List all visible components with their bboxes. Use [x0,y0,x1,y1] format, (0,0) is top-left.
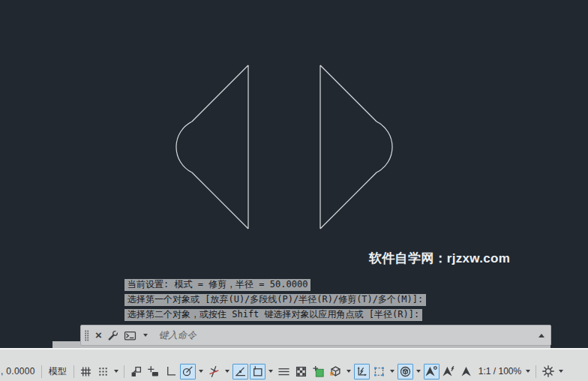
object-snap-icon[interactable] [232,364,248,380]
caret-down-icon[interactable] [225,370,230,373]
gear-icon[interactable] [540,364,556,380]
watermark-text: 软件自学网：rjzxw.com [369,250,510,267]
status-row: , 0.0000 模型 [1,363,588,380]
command-history-line: 选择第二个对象，或按住 Shift 键选择对象以应用角点或 [半径(R)]: [124,309,422,321]
caret-down-icon[interactable] [390,370,394,373]
caret-down-icon[interactable] [416,370,421,373]
selection-filtering-icon[interactable] [371,364,387,380]
separator [124,365,124,378]
selection-cycling-icon[interactable] [310,364,326,380]
caret-down-icon[interactable] [143,334,148,337]
ortho-icon[interactable] [163,364,178,380]
annotation-visibility-icon[interactable] [424,364,440,380]
transparency-icon[interactable] [293,364,309,380]
caret-down-icon[interactable] [526,370,530,373]
separator [536,365,536,378]
annotation-autoscale-icon[interactable] [441,364,457,380]
model-space-button[interactable]: 模型 [46,365,70,378]
right-fillet-triangle[interactable] [320,65,392,229]
caret-down-icon[interactable] [199,370,203,373]
snap-icon[interactable] [95,364,111,380]
caret-down-icon[interactable] [268,370,273,373]
grip-icon[interactable] [84,329,90,342]
3d-object-snap-icon[interactable] [328,364,344,380]
grid-icon[interactable] [78,364,94,380]
command-history-line: 当前设置: 模式 = 修剪，半径 = 50.0000 [124,279,310,291]
object-snap-tracking-icon[interactable] [206,364,222,380]
command-input[interactable]: 键入命令 [159,329,196,342]
close-icon[interactable]: × [95,330,102,340]
coordinates-display[interactable]: , 0.0000 [1,366,38,376]
2d-object-snap-icon[interactable] [250,364,266,380]
infer-constraints-icon[interactable] [128,364,144,380]
dynamic-input-icon[interactable] [146,364,161,380]
command-history: 当前设置: 模式 = 修剪，半径 = 50.0000 选择第一个对象或 [放弃(… [124,279,426,321]
caret-down-icon[interactable] [114,370,118,373]
gizmo-icon[interactable] [398,364,413,380]
caret-down-icon[interactable] [346,370,351,373]
status-bar: , 0.0000 模型 [0,348,588,381]
annotation-scale-value[interactable]: 1:1 / 100% [476,366,523,376]
wrench-icon[interactable] [107,330,118,341]
caret-down-icon[interactable] [559,370,563,373]
separator [74,365,74,378]
dynamic-ucs-icon[interactable] [354,364,370,380]
lineweight-icon[interactable] [276,364,292,380]
polar-tracking-icon[interactable] [180,364,196,380]
annotation-scale-icon[interactable] [458,364,474,380]
command-prompt-icon[interactable] [124,330,136,341]
separator [41,365,42,378]
command-history-line: 选择第一个对象或 [放弃(U)/多段线(P)/半径(R)/修剪(T)/多个(M)… [124,294,426,306]
caret-up-icon[interactable] [538,334,544,338]
command-bar[interactable]: × 键入命令 [80,325,551,346]
left-fillet-triangle[interactable] [176,65,248,229]
